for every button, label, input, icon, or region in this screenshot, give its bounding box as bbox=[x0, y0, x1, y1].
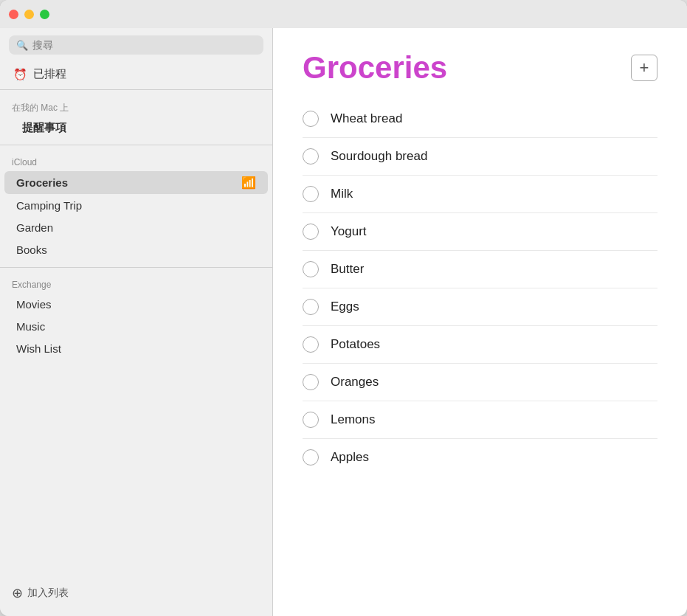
item-label-apples: Apples bbox=[331, 450, 369, 465]
item-label-yogurt: Yogurt bbox=[331, 224, 367, 239]
divider-2 bbox=[0, 145, 272, 145]
close-button[interactable] bbox=[9, 10, 18, 19]
divider-1 bbox=[0, 89, 272, 90]
list-item[interactable]: Lemons bbox=[303, 401, 657, 439]
sidebar-item-garden[interactable]: Garden bbox=[4, 217, 268, 238]
sidebar-item-camping-trip[interactable]: Camping Trip bbox=[4, 195, 268, 216]
sharing-icon: 📶 bbox=[241, 176, 256, 190]
title-bar bbox=[0, 0, 687, 28]
minimize-button[interactable] bbox=[24, 10, 34, 19]
add-list-button[interactable]: ⊕ 加入列表 bbox=[0, 578, 272, 609]
item-checkbox-eggs[interactable] bbox=[303, 299, 319, 315]
item-checkbox-sourdough-bread[interactable] bbox=[303, 148, 319, 165]
sidebar-item-books[interactable]: Books bbox=[4, 239, 268, 260]
item-checkbox-apples[interactable] bbox=[303, 449, 319, 466]
add-item-button[interactable]: + bbox=[631, 55, 657, 81]
icloud-header: iCloud bbox=[0, 154, 272, 170]
reminders-label: 提醒事項 bbox=[22, 121, 66, 134]
item-checkbox-oranges[interactable] bbox=[303, 374, 319, 390]
maximize-button[interactable] bbox=[40, 10, 49, 19]
icloud-section: iCloud Groceries 📶 Camping Trip Garden B… bbox=[0, 148, 272, 264]
add-list-icon: ⊕ bbox=[12, 585, 23, 601]
item-label-sourdough-bread: Sourdough bread bbox=[331, 149, 427, 164]
divider-3 bbox=[0, 267, 272, 268]
movies-label: Movies bbox=[16, 298, 256, 311]
list-item[interactable]: Milk bbox=[303, 176, 657, 213]
grocery-list: Wheat bread Sourdough bread Milk Yogurt bbox=[303, 100, 657, 476]
sidebar-item-reminders[interactable]: 提醒事項 bbox=[4, 118, 268, 138]
item-label-butter: Butter bbox=[331, 262, 364, 277]
list-title: Groceries bbox=[303, 50, 447, 86]
sidebar-item-groceries[interactable]: Groceries 📶 bbox=[4, 171, 268, 194]
traffic-lights bbox=[9, 10, 49, 19]
scheduled-label: 已排程 bbox=[33, 67, 66, 81]
item-checkbox-yogurt[interactable] bbox=[303, 224, 319, 240]
item-label-wheat-bread: Wheat bread bbox=[331, 111, 402, 126]
item-checkbox-potatoes[interactable] bbox=[303, 336, 319, 353]
on-mac-section: 在我的 Mac 上 提醒事項 bbox=[0, 93, 272, 142]
item-label-lemons: Lemons bbox=[331, 412, 375, 427]
music-label: Music bbox=[16, 320, 256, 333]
sidebar: 🔍 ⏰ 已排程 在我的 Mac 上 提醒事項 iCloud bbox=[0, 28, 273, 616]
clock-icon: ⏰ bbox=[13, 68, 27, 81]
content-area: 🔍 ⏰ 已排程 在我的 Mac 上 提醒事項 iCloud bbox=[0, 28, 687, 616]
item-checkbox-lemons[interactable] bbox=[303, 412, 319, 428]
sidebar-item-wish-list[interactable]: Wish List bbox=[4, 338, 268, 359]
list-header: Groceries + bbox=[303, 50, 657, 86]
exchange-section: Exchange Movies Music Wish List bbox=[0, 271, 272, 363]
on-mac-header: 在我的 Mac 上 bbox=[0, 99, 272, 117]
item-checkbox-butter[interactable] bbox=[303, 261, 319, 277]
add-list-label: 加入列表 bbox=[27, 586, 69, 600]
app-window: 🔍 ⏰ 已排程 在我的 Mac 上 提醒事項 iCloud bbox=[0, 0, 687, 616]
item-label-potatoes: Potatoes bbox=[331, 337, 380, 352]
list-item[interactable]: Apples bbox=[303, 439, 657, 476]
list-item[interactable]: Wheat bread bbox=[303, 100, 657, 138]
plus-icon: + bbox=[640, 58, 649, 77]
item-label-milk: Milk bbox=[331, 187, 353, 201]
list-item[interactable]: Sourdough bread bbox=[303, 138, 657, 176]
garden-label: Garden bbox=[16, 221, 256, 234]
item-label-oranges: Oranges bbox=[331, 375, 379, 390]
list-item[interactable]: Yogurt bbox=[303, 213, 657, 251]
list-item[interactable]: Eggs bbox=[303, 288, 657, 326]
list-item[interactable]: Butter bbox=[303, 251, 657, 288]
item-checkbox-wheat-bread[interactable] bbox=[303, 111, 319, 127]
sidebar-item-movies[interactable]: Movies bbox=[4, 294, 268, 315]
wish-list-label: Wish List bbox=[16, 342, 256, 355]
exchange-header: Exchange bbox=[0, 277, 272, 293]
search-bar[interactable]: 🔍 bbox=[9, 35, 263, 55]
sidebar-item-scheduled[interactable]: ⏰ 已排程 bbox=[4, 63, 268, 86]
item-checkbox-milk[interactable] bbox=[303, 186, 319, 202]
camping-trip-label: Camping Trip bbox=[16, 199, 256, 212]
books-label: Books bbox=[16, 243, 256, 256]
search-icon: 🔍 bbox=[16, 40, 28, 51]
groceries-label: Groceries bbox=[16, 176, 235, 189]
main-content: Groceries + Wheat bread Sourdough bread bbox=[273, 28, 687, 616]
item-label-eggs: Eggs bbox=[331, 300, 359, 314]
search-input[interactable] bbox=[32, 39, 256, 51]
list-item[interactable]: Oranges bbox=[303, 364, 657, 401]
list-item[interactable]: Potatoes bbox=[303, 326, 657, 364]
sidebar-item-music[interactable]: Music bbox=[4, 316, 268, 337]
